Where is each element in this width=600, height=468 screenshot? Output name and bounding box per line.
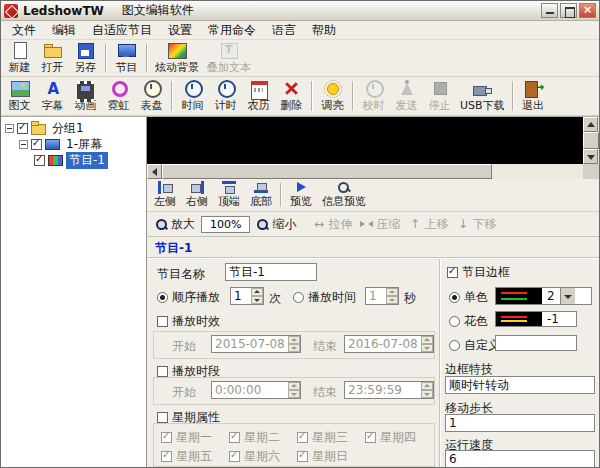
segment-end-field[interactable]: 23:59:59	[344, 381, 434, 399]
tree-program-label[interactable]: 节目-1	[66, 152, 108, 169]
menu-help[interactable]: 帮助	[304, 20, 344, 41]
zoom-level-combobox[interactable]: 100%	[201, 216, 250, 233]
thursday-checkbox[interactable]: 星期四	[365, 429, 416, 446]
animation-button[interactable]: 动画	[69, 78, 102, 114]
save-as-button[interactable]: 另存	[69, 41, 102, 75]
compress-button[interactable]: 压缩	[356, 214, 404, 235]
timer-button[interactable]: 计时	[209, 78, 242, 114]
spin-down-icon[interactable]	[288, 344, 300, 352]
checkbox-icon[interactable]	[157, 366, 168, 377]
maximize-button[interactable]	[560, 3, 577, 18]
sequential-play-radio[interactable]: 顺序播放	[157, 289, 220, 306]
tuesday-checkbox[interactable]: 星期二	[229, 429, 280, 446]
lunar-button[interactable]: 农历	[242, 78, 275, 114]
new-button[interactable]: 新建	[3, 41, 36, 75]
send-button[interactable]: 发送	[390, 78, 423, 114]
graphic-text-button[interactable]: 图文	[3, 78, 36, 114]
spin-up-icon[interactable]	[421, 382, 433, 390]
horizontal-scroll-thumb[interactable]	[162, 164, 492, 179]
program-border-checkbox[interactable]: 节目边框	[447, 264, 510, 281]
pattern-color-box[interactable]: -1	[495, 311, 577, 327]
play-time-radio[interactable]: 播放时间	[293, 289, 356, 306]
menu-common-commands[interactable]: 常用命令	[200, 20, 264, 41]
period-end-field[interactable]: 2016-07-08	[344, 335, 434, 353]
checkbox-checked-icon[interactable]	[161, 451, 172, 462]
align-bottom-button[interactable]: 底部	[245, 180, 277, 210]
menu-language[interactable]: 语言	[264, 20, 304, 41]
sunday-checkbox[interactable]: 星期日	[297, 448, 348, 465]
group-checkbox[interactable]	[17, 123, 28, 134]
spin-up-icon[interactable]	[251, 288, 263, 296]
usb-download-button[interactable]: USB下载	[456, 78, 509, 114]
saturday-checkbox[interactable]: 星期六	[229, 448, 280, 465]
move-down-button[interactable]: ↓ 下移	[452, 214, 500, 235]
subtitle-button[interactable]: A 字幕	[36, 78, 69, 114]
pattern-color-radio[interactable]: 花色	[449, 313, 488, 330]
spin-down-icon[interactable]	[251, 296, 263, 304]
spin-up-icon[interactable]	[421, 336, 433, 344]
custom-color-box[interactable]	[495, 335, 577, 351]
delete-button[interactable]: 删除	[275, 78, 308, 114]
checkbox-checked-icon[interactable]	[297, 451, 308, 462]
menu-edit[interactable]: 编辑	[44, 20, 84, 41]
custom-color-radio[interactable]: 自定义	[449, 337, 500, 354]
vertical-scrollbar[interactable]	[583, 117, 599, 164]
period-start-field[interactable]: 2015-07-08	[211, 335, 301, 353]
scroll-down-button[interactable]	[583, 149, 598, 164]
tree-item-group[interactable]: 分组1	[1, 120, 146, 136]
checkbox-checked-icon[interactable]	[365, 432, 376, 443]
checkbox-icon[interactable]	[157, 316, 168, 327]
spin-down-icon[interactable]	[421, 390, 433, 398]
tree-screen-label[interactable]: 1-屏幕	[63, 136, 105, 153]
radio-selected-icon[interactable]	[449, 292, 460, 303]
border-effect-combobox[interactable]: 顺时针转动	[445, 376, 595, 394]
checkbox-checked-icon[interactable]	[229, 451, 240, 462]
radio-unselected-icon[interactable]	[449, 316, 460, 327]
move-up-button[interactable]: ↑ 上移	[404, 214, 452, 235]
menu-file[interactable]: 文件	[4, 20, 44, 41]
play-period-checkbox[interactable]: 播放时效	[157, 313, 220, 330]
dial-button[interactable]: 表盘	[135, 78, 168, 114]
menu-adaptive-program[interactable]: 自适应节目	[84, 20, 160, 41]
info-preview-button[interactable]: 信息预览	[317, 180, 371, 210]
run-speed-input[interactable]: 6	[445, 450, 595, 468]
align-top-button[interactable]: 顶端	[213, 180, 245, 210]
collapse-icon[interactable]	[19, 140, 28, 149]
spin-down-icon[interactable]	[386, 296, 398, 304]
preview-button[interactable]: 预览	[285, 180, 317, 210]
checkbox-checked-icon[interactable]	[297, 432, 308, 443]
wednesday-checkbox[interactable]: 星期三	[297, 429, 348, 446]
radio-unselected-icon[interactable]	[449, 340, 460, 351]
dropdown-arrow-icon[interactable]	[560, 288, 575, 304]
exit-button[interactable]: → 退出	[517, 78, 550, 114]
zoom-out-button[interactable]: 缩小	[252, 214, 300, 235]
radio-unselected-icon[interactable]	[293, 292, 304, 303]
dynamic-background-button[interactable]: 炫动背景	[151, 41, 203, 75]
horizontal-scrollbar[interactable]	[147, 164, 599, 179]
time-button[interactable]: 时间	[176, 78, 209, 114]
open-button[interactable]: 打开	[36, 41, 69, 75]
friday-checkbox[interactable]: 星期五	[161, 448, 212, 465]
program-name-input[interactable]: 节目-1	[225, 263, 317, 281]
led-preview-canvas[interactable]	[147, 117, 599, 164]
spin-down-icon[interactable]	[421, 344, 433, 352]
align-right-button[interactable]: 右侧	[181, 180, 213, 210]
checkbox-checked-icon[interactable]	[229, 432, 240, 443]
tree-item-program[interactable]: 节目-1	[1, 152, 146, 168]
segment-start-field[interactable]: 0:00:00	[211, 381, 301, 399]
tree-item-screen[interactable]: 1-屏幕	[1, 136, 146, 152]
program-button[interactable]: 节目	[110, 41, 143, 75]
radio-selected-icon[interactable]	[157, 292, 168, 303]
zoom-in-button[interactable]: 放大	[151, 214, 199, 235]
program-checkbox[interactable]	[34, 155, 45, 166]
vertical-scroll-thumb[interactable]	[583, 132, 599, 149]
time-sync-button[interactable]: 校时	[357, 78, 390, 114]
move-step-input[interactable]: 1	[445, 414, 595, 432]
scroll-up-button[interactable]	[583, 117, 598, 132]
spin-up-icon[interactable]	[288, 382, 300, 390]
neon-button[interactable]: 霓虹	[102, 78, 135, 114]
checkbox-checked-icon[interactable]	[161, 432, 172, 443]
checkbox-checked-icon[interactable]	[447, 267, 458, 278]
play-count-stepper[interactable]: 1	[230, 287, 264, 305]
border-color-combobox[interactable]: 2	[495, 287, 592, 305]
